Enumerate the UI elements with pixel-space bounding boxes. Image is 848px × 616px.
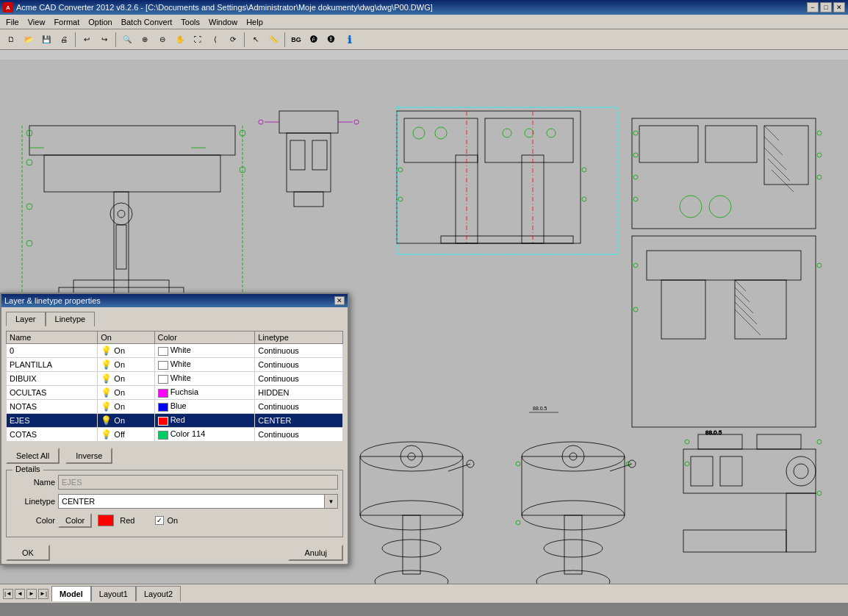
on-checkbox[interactable]: ✓ [155,516,164,525]
linetype-row: Linetype CENTER Continuous HIDDEN ▼ [11,494,338,509]
title-bar-buttons: − □ ✕ [807,2,845,12]
toolbar-sep-2 [115,32,116,47]
menu-window[interactable]: Window [204,16,242,28]
table-row[interactable]: OCULTAS 💡 On Fuchsia HIDDEN [7,386,343,400]
measure-button[interactable]: 📏 [265,32,281,48]
details-group: Details Name Linetype CENTER Continuous … [6,470,343,537]
cell-color: White [154,372,255,386]
cell-on: 💡 On [98,414,154,428]
menu-file[interactable]: File [1,16,24,28]
col-name: Name [7,332,98,344]
tab-layout1[interactable]: Layout1 [91,586,136,601]
tool-a[interactable]: 🅐 [306,32,322,48]
dialog-title-bar: Layer & linetype properties ✕ [1,294,348,307]
tab-first-button[interactable]: |◄ [3,589,13,599]
close-button[interactable]: ✕ [833,2,845,12]
linetype-select-arrow[interactable]: ▼ [325,494,338,509]
info-button[interactable]: ℹ [341,32,357,48]
cell-name: NOTAS [7,400,98,414]
dialog-close-button[interactable]: ✕ [334,296,345,305]
dialog-action-buttons: Select All Inverse [6,448,343,464]
inverse-button[interactable]: Inverse [65,448,112,464]
print-button[interactable]: 🖨 [56,32,72,48]
maximize-button[interactable]: □ [820,2,832,12]
menu-batch-convert[interactable]: Batch Convert [117,16,177,28]
cell-on: 💡 On [98,400,154,414]
cell-color: White [154,344,255,358]
title-bar-left: A Acme CAD Converter 2012 v8.2.6 - [C:\D… [3,2,433,12]
tab-last-button[interactable]: ►| [38,589,48,599]
menu-format[interactable]: Format [49,16,84,28]
main-area: 88.0.5 [0,50,848,603]
col-on: On [98,332,154,344]
menu-view[interactable]: View [24,16,50,28]
color-row: Color Color Red ✓ On [11,513,338,528]
table-row[interactable]: COTAS 💡 Off Color 114 Continuous [7,428,343,442]
zoom-pan-button[interactable]: ✋ [172,32,188,48]
color-button[interactable]: Color [58,513,92,528]
tab-layout2[interactable]: Layout2 [136,586,181,601]
menu-tools[interactable]: Tools [176,16,204,28]
tool-b[interactable]: 🅑 [323,32,339,48]
menu-help[interactable]: Help [242,16,267,28]
undo-button[interactable]: ↩ [79,32,95,48]
menu-bar: File View Format Option Batch Convert To… [0,15,848,29]
dialog-content: Layer Linetype Name On Color Linetype 0 … [1,307,348,542]
dialog-tabs: Layer Linetype [6,312,343,326]
select-button[interactable]: ↖ [248,32,264,48]
ok-button[interactable]: OK [6,545,50,561]
tab-next-button[interactable]: ► [26,589,37,599]
minimize-button[interactable]: − [807,2,819,12]
zoom-out-button[interactable]: ⊖ [154,32,170,48]
cell-linetype: Continuous [255,428,343,442]
open-button[interactable]: 📂 [21,32,37,48]
realtime-button[interactable]: ⟳ [225,32,241,48]
svg-text:88.0.5: 88.0.5 [533,406,547,411]
tab-prev-button[interactable]: ◄ [15,589,25,599]
save-button[interactable]: 💾 [38,32,54,48]
cell-name: EJES [7,414,98,428]
cell-name: DIBUIX [7,372,98,386]
new-button[interactable]: 🗋 [3,32,19,48]
bg-button[interactable]: BG [288,32,304,48]
table-row[interactable]: EJES 💡 On Red CENTER [7,414,343,428]
table-row[interactable]: PLANTILLA 💡 On White Continuous [7,358,343,372]
toolbar-sep-1 [75,32,76,47]
name-input[interactable] [58,475,338,490]
layer-dialog: Layer & linetype properties ✕ Layer Line… [0,293,349,565]
zoom-prev-button[interactable]: ⟨ [207,32,223,48]
on-label: On [167,516,178,525]
color-name: Red [120,516,134,525]
zoom-fit-button[interactable]: ⛶ [190,32,206,48]
zoom-window-button[interactable]: 🔍 [119,32,135,48]
table-row[interactable]: DIBUIX 💡 On White Continuous [7,372,343,386]
color-swatch [98,515,114,526]
cell-color: Blue [154,400,255,414]
cancel-button[interactable]: Anuluj [288,545,343,561]
table-row[interactable]: NOTAS 💡 On Blue Continuous [7,400,343,414]
on-check: ✓ On [155,516,178,525]
color-label: Color [11,516,55,525]
col-linetype: Linetype [255,332,343,344]
tab-model[interactable]: Model [51,586,91,601]
cell-linetype: CENTER [255,414,343,428]
linetype-select[interactable]: CENTER Continuous HIDDEN [58,494,325,509]
cell-linetype: Continuous [255,344,343,358]
layer-table: Name On Color Linetype 0 💡 On White Cont… [6,331,343,442]
dialog-footer: OK Anuluj [1,542,348,564]
menu-option[interactable]: Option [84,16,116,28]
zoom-in-button[interactable]: ⊕ [137,32,153,48]
cell-on: 💡 On [98,358,154,372]
title-text: Acme CAD Converter 2012 v8.2.6 - [C:\Doc… [16,3,433,12]
table-row[interactable]: 0 💡 On White Continuous [7,344,343,358]
cell-linetype: Continuous [255,358,343,372]
cell-on: 💡 On [98,344,154,358]
tab-layer[interactable]: Layer [6,312,46,326]
tab-nav-arrows: |◄ ◄ ► ►| [0,589,51,599]
cell-name: OCULTAS [7,386,98,400]
cell-name: 0 [7,344,98,358]
tab-linetype[interactable]: Linetype [46,312,96,326]
select-all-button[interactable]: Select All [6,448,60,464]
redo-button[interactable]: ↪ [96,32,112,48]
col-color: Color [154,332,255,344]
